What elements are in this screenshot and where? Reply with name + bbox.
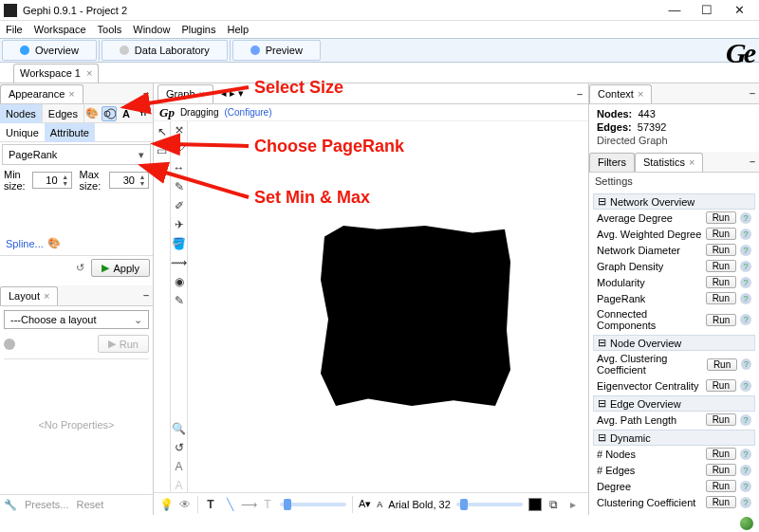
reset-link[interactable]: Reset xyxy=(76,499,103,511)
help-icon[interactable]: ? xyxy=(740,212,751,224)
pointer-icon[interactable]: ↖ xyxy=(156,125,169,138)
run-button[interactable]: Run xyxy=(706,464,736,476)
help-icon[interactable]: ? xyxy=(740,449,751,460)
font-size-mode-icon[interactable]: A▾ xyxy=(359,498,371,510)
max-size-input[interactable]: ▲▼ xyxy=(109,172,149,189)
min-size-input[interactable]: ▲▼ xyxy=(32,172,72,189)
label-size-slider[interactable] xyxy=(456,503,523,506)
move-icon[interactable]: ⤧ xyxy=(173,123,186,137)
panel-minimize-icon[interactable]: – xyxy=(577,88,588,100)
close-icon[interactable]: × xyxy=(44,290,49,302)
edge-weight-icon[interactable]: ⟶ xyxy=(242,498,255,511)
run-button[interactable]: Run xyxy=(707,358,737,371)
attribute-tab[interactable]: Attribute xyxy=(45,123,95,142)
tab-preview[interactable]: Preview xyxy=(232,40,321,61)
max-size-value[interactable] xyxy=(110,174,137,186)
globe-icon[interactable] xyxy=(740,517,753,530)
spinner-icon[interactable]: ▲▼ xyxy=(60,174,71,187)
panel-minimize-icon[interactable]: – xyxy=(143,289,149,301)
statistics-tab[interactable]: Statistics × xyxy=(635,153,703,172)
workspace-tab[interactable]: Workspace 1 × xyxy=(13,64,99,83)
panel-minimize-icon[interactable]: – xyxy=(750,156,755,167)
gear-icon[interactable] xyxy=(4,339,15,350)
run-button[interactable]: Run xyxy=(706,314,736,326)
tab-datalab[interactable]: Data Laboratory xyxy=(102,40,228,61)
edge-thickness-slider[interactable] xyxy=(280,503,346,506)
spline-link[interactable]: Spline... 🎨 xyxy=(0,231,153,255)
reset-icon[interactable]: ↺ xyxy=(72,262,87,274)
run-button[interactable]: Run xyxy=(706,244,736,256)
menu-workspace[interactable]: Workspace xyxy=(34,24,86,35)
group-network-overview[interactable]: ⊟ Network Overview xyxy=(593,193,755,210)
label-size-icon[interactable]: тT xyxy=(136,106,151,121)
run-button[interactable]: Run xyxy=(706,211,736,224)
eye-icon[interactable]: 👁 xyxy=(178,498,192,511)
help-icon[interactable]: ? xyxy=(741,358,751,370)
help-icon[interactable]: ? xyxy=(740,497,751,508)
text-icon[interactable]: A xyxy=(173,460,186,473)
attributes-icon[interactable]: ⧉ xyxy=(547,498,561,511)
help-icon[interactable]: ? xyxy=(740,314,751,325)
graph-tab[interactable]: Graph × xyxy=(157,84,213,103)
edges-tab[interactable]: Edges xyxy=(43,104,84,123)
bucket-icon[interactable]: 🪣 xyxy=(173,237,186,250)
group-edge-overview[interactable]: ⊟ Edge Overview xyxy=(593,395,755,412)
run-button[interactable]: Run xyxy=(706,496,736,508)
close-icon[interactable]: × xyxy=(86,67,92,79)
nodes-tab[interactable]: Nodes xyxy=(0,104,43,123)
tab-overview[interactable]: Overview xyxy=(2,40,97,61)
menu-help[interactable]: Help xyxy=(227,24,249,35)
size-rings-icon[interactable] xyxy=(102,106,117,121)
appearance-tab[interactable]: Appearance × xyxy=(0,84,83,103)
run-button[interactable]: Run xyxy=(706,480,736,492)
unique-tab[interactable]: Unique xyxy=(0,123,45,142)
size-icon[interactable]: ↔ xyxy=(173,161,186,174)
wrench-icon[interactable]: 🔧 xyxy=(4,499,17,511)
airplane-icon[interactable]: ✈ xyxy=(173,218,186,231)
run-button[interactable]: Run xyxy=(706,260,736,272)
help-icon[interactable]: ? xyxy=(740,380,751,392)
close-icon[interactable]: × xyxy=(689,156,694,168)
layout-tab[interactable]: Layout × xyxy=(0,286,58,305)
label-color-swatch[interactable] xyxy=(528,498,542,511)
help-icon[interactable]: ? xyxy=(740,261,751,272)
lightbulb-icon[interactable]: 💡 xyxy=(159,498,173,511)
run-button[interactable]: Run xyxy=(706,228,736,240)
run-button[interactable]: ▶ Run xyxy=(98,335,149,353)
magnify-icon[interactable]: 🔍 xyxy=(173,422,186,435)
context-tab[interactable]: Context × xyxy=(589,84,652,103)
color-palette-icon[interactable]: 🎨 xyxy=(84,106,100,121)
path-icon[interactable]: ⟿ xyxy=(173,256,186,269)
stats-settings[interactable]: Settings xyxy=(589,173,759,190)
menu-file[interactable]: File xyxy=(6,24,23,35)
help-icon[interactable]: ? xyxy=(740,245,751,256)
brush-icon[interactable]: 🖌 xyxy=(173,142,186,156)
group-dynamic[interactable]: ⊟ Dynamic xyxy=(593,430,755,446)
help-icon[interactable]: ? xyxy=(740,277,751,288)
presets-link[interactable]: Presets... xyxy=(25,499,68,511)
run-button[interactable]: Run xyxy=(706,379,736,392)
reset-colors-icon[interactable]: ↺ xyxy=(173,441,186,454)
help-icon[interactable]: ? xyxy=(740,414,751,426)
close-icon[interactable]: × xyxy=(199,88,205,100)
run-button[interactable]: Run xyxy=(706,413,736,426)
pencil-icon[interactable]: ✎ xyxy=(173,180,186,193)
graph-canvas[interactable] xyxy=(188,121,588,492)
run-button[interactable]: Run xyxy=(706,276,736,288)
menu-tools[interactable]: Tools xyxy=(98,24,122,35)
filters-tab[interactable]: Filters xyxy=(589,153,635,172)
close-icon[interactable]: × xyxy=(68,88,74,100)
layout-select[interactable]: ---Choose a layout xyxy=(4,310,149,329)
show-edge-labels-icon[interactable]: ╲ xyxy=(223,498,236,511)
heatmap-icon[interactable]: ◉ xyxy=(173,275,186,288)
close-icon[interactable]: × xyxy=(638,88,643,100)
rect-select-icon[interactable]: ▭ xyxy=(156,144,169,157)
help-icon[interactable]: ? xyxy=(740,229,751,240)
panel-minimize-icon[interactable]: – xyxy=(143,87,149,99)
minimize-button[interactable]: — xyxy=(658,1,691,20)
apply-button[interactable]: ▶ Apply xyxy=(91,259,150,277)
edit-icon[interactable]: ✎ xyxy=(173,294,186,307)
spinner-icon[interactable]: ▲▼ xyxy=(137,174,148,187)
settings-icon[interactable]: ▸ xyxy=(566,498,580,511)
help-icon[interactable]: ? xyxy=(740,293,751,304)
